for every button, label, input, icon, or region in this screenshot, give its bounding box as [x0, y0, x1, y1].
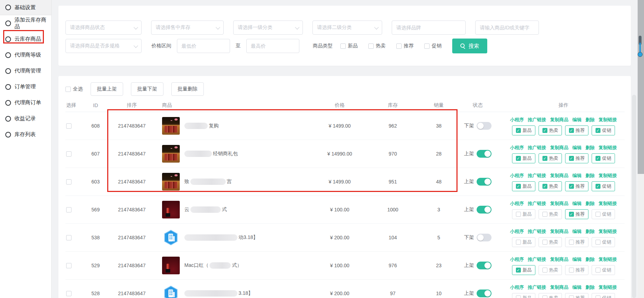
type-checkbox-2[interactable]: 推荐 [396, 43, 414, 49]
min-price-input[interactable] [177, 39, 230, 53]
link-edit[interactable]: 编辑 [573, 117, 582, 123]
select-category-level2[interactable]: 请选择二级分类 [312, 21, 382, 35]
link-copy-product[interactable]: 复制商品 [550, 200, 569, 207]
link-miniprogram[interactable]: 小程序 [510, 256, 524, 263]
link-promo-link[interactable]: 推广链接 [528, 173, 546, 179]
tag-recommend[interactable]: ✓ 推荐 [565, 181, 588, 191]
link-copy-product[interactable]: 复制商品 [550, 117, 569, 123]
tag-new[interactable]: ✓ 新品 [512, 153, 535, 163]
tag-hot[interactable]: ✓ 热卖 [539, 153, 562, 163]
link-miniprogram[interactable]: 小程序 [510, 284, 524, 291]
tag-new[interactable]: ✓ 新品 [512, 125, 535, 135]
tag-recommend[interactable]: ✓ 推荐 [565, 153, 588, 163]
tag-new[interactable]: 新品 [512, 209, 535, 219]
sidebar-item-8[interactable]: 库存列表 [0, 127, 51, 142]
link-copy-url[interactable]: 复制链接 [599, 200, 617, 207]
link-copy-url[interactable]: 复制链接 [599, 173, 617, 179]
keyword-input[interactable] [475, 21, 539, 35]
status-toggle[interactable] [477, 290, 491, 297]
type-checkbox-0[interactable]: 新品 [340, 43, 358, 49]
link-edit[interactable]: 编辑 [573, 284, 582, 291]
sidebar-item-4[interactable]: 代理商管理 [0, 63, 51, 79]
sidebar-item-0[interactable]: 基础设置 [0, 0, 51, 15]
tag-promotion[interactable]: 促销 [592, 293, 615, 298]
link-delete[interactable]: 删除 [586, 284, 595, 291]
link-copy-product[interactable]: 复制商品 [550, 256, 569, 263]
sidebar-item-1[interactable]: 添加云库存商品 [0, 15, 51, 31]
tag-promotion[interactable]: ✓ 促销 [592, 125, 615, 135]
select-category-level1[interactable]: 请选择一级分类 [233, 21, 303, 35]
row-checkbox[interactable] [66, 263, 71, 268]
link-promo-link[interactable]: 推广链接 [528, 117, 546, 123]
tag-new[interactable]: 新品 [512, 293, 535, 298]
tag-hot[interactable]: 热卖 [539, 209, 562, 219]
type-checkbox-1[interactable]: 热卖 [368, 43, 386, 49]
tag-hot[interactable]: 热卖 [539, 265, 562, 275]
status-toggle[interactable] [477, 206, 491, 214]
link-copy-url[interactable]: 复制链接 [599, 228, 617, 235]
link-promo-link[interactable]: 推广链接 [528, 284, 546, 291]
sidebar-item-7[interactable]: 收益记录 [0, 111, 51, 127]
page-scrollbar-thumb[interactable] [638, 0, 644, 174]
tag-promotion[interactable]: 促销 [592, 209, 615, 219]
link-miniprogram[interactable]: 小程序 [510, 228, 524, 235]
link-miniprogram[interactable]: 小程序 [510, 117, 524, 123]
search-button[interactable]: 搜索 [452, 39, 487, 53]
link-copy-product[interactable]: 复制商品 [550, 284, 569, 291]
tag-promotion[interactable]: 促销 [592, 265, 615, 275]
link-delete[interactable]: 删除 [586, 173, 595, 179]
link-edit[interactable]: 编辑 [573, 145, 582, 151]
row-checkbox[interactable] [66, 291, 71, 296]
link-delete[interactable]: 删除 [586, 145, 595, 151]
tag-hot[interactable]: 热卖 [539, 237, 562, 247]
batch-off-shelf-button[interactable]: 批量下架 [131, 82, 163, 96]
sidebar-item-3[interactable]: 代理商等级 [0, 47, 51, 63]
link-copy-product[interactable]: 复制商品 [550, 228, 569, 235]
row-checkbox[interactable] [66, 207, 71, 212]
link-edit[interactable]: 编辑 [573, 173, 582, 179]
batch-on-shelf-button[interactable]: 批量上架 [91, 82, 123, 96]
select-onsale-stock[interactable]: 请选择售中库存 [151, 21, 224, 35]
link-promo-link[interactable]: 推广链接 [528, 145, 546, 151]
status-toggle[interactable] [477, 178, 491, 186]
link-edit[interactable]: 编辑 [573, 228, 582, 235]
select-all-checkbox[interactable]: 全选 [65, 86, 83, 92]
link-copy-product[interactable]: 复制商品 [550, 145, 569, 151]
tag-new[interactable]: 新品 [512, 237, 535, 247]
sidebar-item-6[interactable]: 代理商订单 [0, 95, 51, 111]
link-miniprogram[interactable]: 小程序 [510, 173, 524, 179]
tag-new[interactable]: ✓ 新品 [512, 265, 535, 275]
sidebar-item-5[interactable]: 订单管理 [0, 79, 51, 95]
link-copy-url[interactable]: 复制链接 [599, 117, 617, 123]
select-product-status[interactable]: 请选择商品状态 [65, 21, 142, 35]
tag-recommend[interactable]: ✓ 推荐 [565, 125, 588, 135]
batch-delete-button[interactable]: 批量删除 [171, 82, 204, 96]
link-delete[interactable]: 删除 [586, 200, 595, 207]
select-multi-spec[interactable]: 请选择商品是否多规格 [65, 39, 142, 53]
tag-hot[interactable]: ✓ 热卖 [539, 125, 562, 135]
link-edit[interactable]: 编辑 [573, 200, 582, 207]
sidebar-item-2[interactable]: 云库存商品 [0, 31, 51, 47]
status-toggle[interactable] [477, 262, 491, 269]
link-miniprogram[interactable]: 小程序 [510, 200, 524, 207]
link-copy-url[interactable]: 复制链接 [599, 284, 617, 291]
link-copy-url[interactable]: 复制链接 [599, 145, 617, 151]
tag-hot[interactable]: ✓ 热卖 [539, 181, 562, 191]
tag-recommend[interactable]: 推荐 [565, 293, 588, 298]
row-checkbox[interactable] [66, 151, 71, 157]
link-promo-link[interactable]: 推广链接 [528, 256, 546, 263]
tag-promotion[interactable]: ✓ 促销 [592, 153, 615, 163]
tag-recommend[interactable]: ✓ 推荐 [565, 209, 588, 219]
link-copy-product[interactable]: 复制商品 [550, 173, 569, 179]
link-miniprogram[interactable]: 小程序 [510, 145, 524, 151]
link-copy-url[interactable]: 复制链接 [599, 256, 617, 263]
row-checkbox[interactable] [66, 235, 71, 240]
link-promo-link[interactable]: 推广链接 [528, 228, 546, 235]
inner-scrollbar-thumb[interactable] [632, 95, 636, 298]
max-price-input[interactable] [246, 39, 299, 53]
link-delete[interactable]: 删除 [586, 117, 595, 123]
type-checkbox-3[interactable]: 促销 [424, 43, 442, 49]
tag-recommend[interactable]: 推荐 [565, 237, 588, 247]
row-checkbox[interactable] [66, 179, 71, 185]
status-toggle[interactable] [477, 234, 491, 241]
